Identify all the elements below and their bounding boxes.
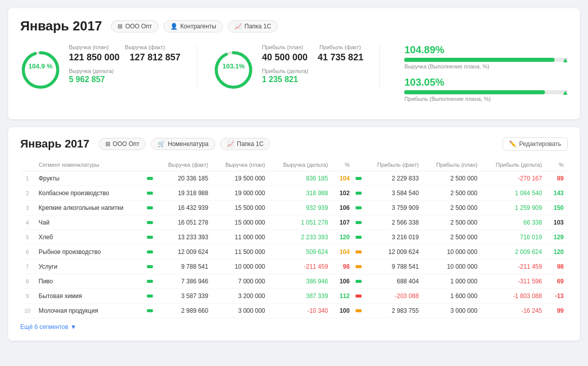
profit-plan: 3 000 000 [423, 304, 482, 318]
row-num: 7 [20, 260, 34, 274]
row-num: 8 [20, 274, 34, 289]
segments-table: Сегмент номенклатуры Выручка (факт) Выру… [20, 159, 568, 318]
row-segment[interactable]: Хлеб [34, 230, 145, 245]
rev-delta: 932 939 [269, 201, 332, 215]
row-segment[interactable]: Бытовая химия [34, 289, 145, 304]
profit-pct: -13 [546, 289, 568, 304]
rev-plan: 7 000 000 [212, 274, 269, 289]
rev-plan: 11 500 000 [212, 245, 269, 260]
row-segment[interactable]: Услуги [34, 260, 145, 274]
profit-delta: -211 459 [482, 260, 546, 274]
col-profit-delta: Прибыль (дельта) [482, 159, 546, 171]
rev-delta: -211 459 [269, 260, 332, 274]
profit-plan: 10 000 000 [423, 245, 482, 260]
filter-kontragenty-top[interactable]: 👤 Контрагенты [164, 20, 223, 32]
rev-pct: 102 [332, 186, 354, 201]
table-row: 3 Крепкие алкогольные напитки 16 432 939… [20, 201, 568, 215]
profit-gauge-pct: 103.1% [213, 62, 254, 79]
revenue-progress-bar: ▲ [404, 58, 568, 62]
revenue-gauge: 104.9 % [20, 50, 61, 79]
row-num: 10 [20, 304, 34, 318]
profit-bar-cell [354, 289, 364, 304]
rev-delta: 836 185 [269, 171, 332, 186]
profit-plan: 10 000 000 [423, 260, 482, 274]
row-num: 6 [20, 245, 34, 260]
rev-fact: 9 788 541 [155, 260, 212, 274]
row-segment[interactable]: Фрукты [34, 171, 145, 186]
profit-fact: 12 009 624 [364, 245, 422, 260]
rev-plan: 10 000 000 [212, 260, 269, 274]
revenue-gauge-pct: 104.9 % [20, 62, 61, 79]
chart-icon-2: 📈 [227, 140, 234, 148]
kpi-row: 104.9 % Выручка (план) Выручка (факт) 12… [20, 44, 568, 109]
profit-delta: 716 019 [482, 230, 546, 245]
rev-pct: 104 [332, 171, 354, 186]
filter-papka1c-top[interactable]: 📈 Папка 1С [228, 20, 278, 32]
profit-pct: 89 [546, 171, 568, 186]
row-segment[interactable]: Рыбное производство [34, 245, 145, 260]
row-num: 5 [20, 230, 34, 245]
table-row: 10 Молочная продукция 2 989 660 3 000 00… [20, 304, 568, 318]
profit-plan: 1 600 000 [423, 289, 482, 304]
chart-icon: 📈 [234, 23, 242, 30]
rev-delta: 386 946 [269, 274, 332, 289]
rev-pct: 107 [332, 215, 354, 230]
profit-pct: 129 [546, 230, 568, 245]
profit-plan: 1 000 000 [423, 274, 482, 289]
profit-plan: 2 500 000 [423, 215, 482, 230]
profit-delta: -311 596 [482, 274, 546, 289]
chevron-down-icon: ▼ [70, 323, 76, 331]
profit-fact: 2 229 833 [364, 171, 422, 186]
col-rev-delta: Выручка (дельта) [269, 159, 332, 171]
profit-delta: 2 009 624 [482, 245, 546, 260]
more-segments-link[interactable]: Ещё 6 сегментов ▼ [20, 323, 76, 331]
profit-delta: -1 803 088 [482, 289, 546, 304]
rev-pct: 104 [332, 245, 354, 260]
profit-delta: 1 259 909 [482, 201, 546, 215]
filter-papka1c-table[interactable]: 📈 Папка 1С [220, 138, 270, 150]
profit-plan: 2 500 000 [423, 186, 482, 201]
grid-icon-2: ⊞ [105, 140, 110, 148]
revenue-values: Выручка (план) Выручка (факт) 121 850 00… [69, 44, 180, 84]
rev-fact: 2 989 660 [155, 304, 212, 318]
row-segment[interactable]: Пиво [34, 274, 145, 289]
row-num: 1 [20, 171, 34, 186]
rev-pct: 106 [332, 274, 354, 289]
rev-fact: 13 233 393 [155, 230, 212, 245]
edit-button[interactable]: ✏️ Редактировать [502, 137, 568, 151]
profit-plan: 2 500 000 [423, 201, 482, 215]
row-segment[interactable]: Крепкие алкогольные напитки [34, 201, 145, 215]
rev-pct: 120 [332, 230, 354, 245]
rev-delta: 1 051 278 [269, 215, 332, 230]
filter-nomenklatura[interactable]: 🛒 Номенклатура [151, 138, 215, 150]
person-icon: 👤 [170, 23, 178, 30]
rev-pct: 106 [332, 201, 354, 215]
profit-bar-cell [354, 304, 364, 318]
col-num [20, 159, 34, 171]
profit-bar-cell [354, 186, 364, 201]
profit-progress-bar: ▲ [404, 90, 568, 94]
row-segment[interactable]: Колбасное производство [34, 186, 145, 201]
filter-ooo-opt-top[interactable]: ⊞ ООО Опт [111, 20, 159, 32]
profit-fact: -203 088 [364, 289, 422, 304]
rev-bar-cell [145, 230, 155, 245]
revenue-progress-fill [404, 58, 555, 62]
rev-fact: 7 386 946 [155, 274, 212, 289]
row-segment[interactable]: Чай [34, 215, 145, 230]
profit-bar-cell [354, 245, 364, 260]
rev-bar-cell [145, 274, 155, 289]
row-num: 9 [20, 289, 34, 304]
rev-fact: 20 336 185 [155, 171, 212, 186]
filter-ooo-opt-table[interactable]: ⊞ ООО Опт [99, 138, 146, 150]
profit-pct: 143 [546, 186, 568, 201]
col-profit-plan: Прибыль (план) [423, 159, 482, 171]
profit-bar-cell [354, 171, 364, 186]
row-num: 3 [20, 201, 34, 215]
rev-bar-cell [145, 186, 155, 201]
profit-pct: 103 [546, 215, 568, 230]
row-num: 2 [20, 186, 34, 201]
rev-bar-cell [145, 304, 155, 318]
table-title: Январь 2017 [20, 137, 90, 151]
profit-fact: 3 216 019 [364, 230, 422, 245]
row-segment[interactable]: Молочная продукция [34, 304, 145, 318]
